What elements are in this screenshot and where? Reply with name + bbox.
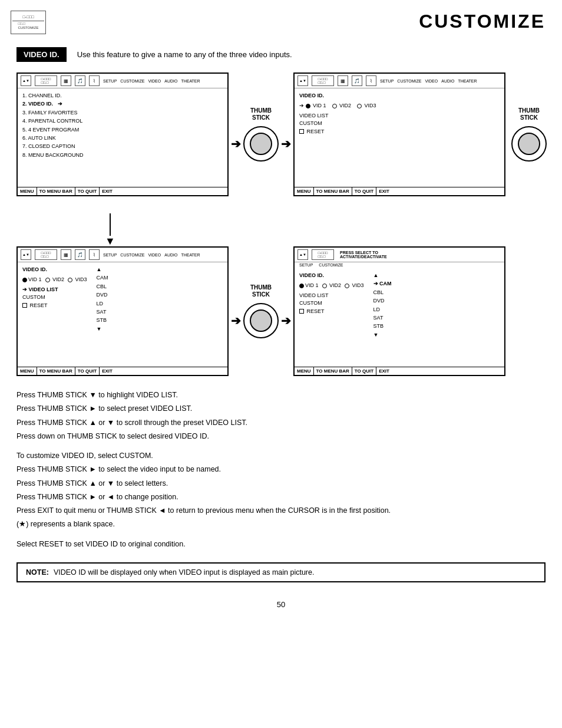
- thumb-circle-top-left: [243, 126, 279, 162]
- arrow-right-out-top-left: ➔: [281, 137, 291, 151]
- vid2-radio-bl: [45, 278, 50, 282]
- custom-tr: CUSTOM: [299, 120, 500, 128]
- nav-customize-icon-r: □-□□□□□.□: [312, 75, 334, 86]
- list-ld-br: LD: [373, 305, 392, 314]
- nav-customize-bl: □-□□□□□.□: [35, 249, 57, 260]
- diagram-area: ▲▼ □-□□□□□.□ ▦ 🎵 ⌇ SETUP CUSTOMIZE VIDEO…: [16, 73, 546, 376]
- footer-exit-bl: EXIT: [100, 367, 115, 375]
- instruction-4: Press down on THUMB STICK to select desi…: [16, 430, 546, 443]
- video-id-label: VIDEO ID.: [16, 47, 67, 62]
- instruction-7: Press THUMB STICK ▲ or ▼ to select lette…: [16, 477, 546, 490]
- thumb-circle-inner-bottom-mid: [250, 309, 272, 332]
- nav-theater-bl: ⌇: [89, 249, 100, 260]
- note-label: NOTE:: [26, 568, 49, 577]
- menu-item-1: 1. CHANNEL ID.: [22, 91, 223, 100]
- br-nav-setup: SETUP: [299, 263, 313, 267]
- footer-to-menu-bar-bl: TO MENU BAR: [37, 367, 75, 375]
- video-list-br: VIDEO LIST: [299, 292, 364, 300]
- vid-list-bl: ➔ VIDEO LIST CUSTOM RESET: [22, 286, 87, 310]
- description-row: VIDEO ID. Use this feature to give a nam…: [16, 47, 546, 62]
- vid-radio-row-tr: ➔ VID 1 VID2 VID3: [299, 101, 500, 110]
- bottom-right-nav: ▲▼ □-□□□□□.□ PRESS SELECT TOACTIVATE/DEA…: [295, 248, 504, 262]
- vid-list-tr: VIDEO LIST CUSTOM RESET: [299, 112, 500, 136]
- nav-arrow-icon-r: ▲▼: [297, 75, 308, 86]
- thumb-circle-top-right: [511, 126, 547, 162]
- vid-radio-row-br: VID 1 VID2 VID3: [299, 281, 364, 289]
- top-right-nav: ▲▼ □-□□□□□.□ ▦ 🎵 ⌇ SETUP CUSTOMIZE VIDEO…: [295, 74, 504, 88]
- reset-checkbox-tr: [299, 129, 304, 134]
- instruction-1: Press THUMB STICK ▼ to highlight VIDEO L…: [16, 389, 546, 401]
- list-up-arrow-bl: ▲: [97, 265, 108, 274]
- footer-to-quit-tr: TO QUIT: [352, 187, 376, 195]
- bottom-left-right-col: ▲ CAM CBL DVD LD SAT STB ▼: [97, 265, 108, 333]
- bottom-right-left-col: VIDEO ID. VID 1 VID2 VID3 VIDEO LIST CUS…: [299, 271, 364, 339]
- thumb-circle-inner-top-right: [518, 133, 540, 155]
- menu-item-7: 7. CLOSED CAPTION: [22, 142, 223, 150]
- top-left-screen: ▲▼ □-□□□□□.□ ▦ 🎵 ⌇ SETUP CUSTOMIZE VIDEO…: [16, 73, 229, 196]
- menu-item-5: 5. 4 EVENT PROGRAM: [22, 126, 223, 134]
- menu-item-4: 4. PARENTAL CONTROL: [22, 117, 223, 125]
- vid3-bl: VID3: [68, 275, 87, 284]
- top-left-footer: MENU TO MENU BAR TO QUIT EXIT: [18, 187, 227, 195]
- top-left-nav: ▲▼ □-□□□□□.□ ▦ 🎵 ⌇ SETUP CUSTOMIZE VIDEO…: [18, 74, 227, 88]
- menu-item-2: 2. VIDEO ID. ➔: [22, 100, 223, 108]
- footer-exit-tr: EXIT: [376, 187, 392, 195]
- vid3-label-tr: VID3: [357, 101, 376, 110]
- bottom-right-subnav: SETUP CUSTOMIZE: [295, 263, 504, 267]
- nav-theater: THEATER: [181, 79, 200, 83]
- nav-setup: SETUP: [103, 79, 117, 83]
- video-list-bl: ➔ VIDEO LIST: [22, 286, 87, 294]
- page-header: □-□□□ □□.□CUSTOMIZE CUSTOMIZE: [0, 0, 562, 34]
- bottom-left-left-col: VIDEO ID. VID 1 VID2 VID3 ➔ VIDEO LIST C…: [22, 265, 87, 333]
- list-sat-bl: SAT: [97, 308, 108, 316]
- nav-arrow-bl: ▲▼: [21, 249, 31, 260]
- nav-video: VIDEO: [148, 79, 161, 83]
- nav-arrow-br: ▲▼: [297, 249, 308, 260]
- instruction-area: Press THUMB STICK ▼ to highlight VIDEO L…: [16, 389, 546, 551]
- br-nav-customize: CUSTOMIZE: [319, 263, 343, 267]
- instruction-2: Press THUMB STICK ► to select preset VID…: [16, 403, 546, 415]
- footer-menu: MENU: [18, 187, 37, 195]
- vid1-radio-bl: [22, 278, 27, 282]
- press-select-br: PRESS SELECT TOACTIVATE/DEACTIVATE: [340, 251, 387, 259]
- list-dvd-bl: DVD: [97, 291, 108, 299]
- vid1-br: VID 1: [299, 281, 319, 289]
- vid2-radio-tr: [332, 104, 337, 108]
- list-up-arrow-br: ▲: [373, 271, 392, 279]
- vid2-label-tr: VID2: [332, 101, 352, 110]
- note-text: VIDEO ID will be displayed only when VID…: [54, 568, 315, 577]
- list-cam-br: ➔ CAM: [373, 279, 392, 288]
- list-sat-br: SAT: [373, 314, 392, 322]
- page-number: 50: [0, 600, 562, 609]
- nav-customize: CUSTOMIZE: [120, 79, 144, 83]
- logo: □-□□□ □□.□CUSTOMIZE: [11, 11, 46, 34]
- description-text: Use this feature to give a name to any o…: [77, 50, 292, 59]
- thumb-label-top-left: THUMB STICK: [250, 107, 272, 121]
- nav-customize-br: □-□□□□□.□: [312, 249, 334, 260]
- footer-menu-tr: MENU: [295, 187, 314, 195]
- list-down-arrow-bl: ▼: [97, 325, 108, 333]
- reset-checkbox-br: [299, 309, 304, 314]
- bottom-left-footer: MENU TO MENU BAR TO QUIT EXIT: [18, 367, 227, 375]
- footer-to-quit-br: TO QUIT: [352, 367, 376, 375]
- reset-tr: RESET: [299, 128, 500, 136]
- list-cbl-bl: CBL: [97, 282, 108, 291]
- top-right-footer: MENU TO MENU BAR TO QUIT EXIT: [295, 187, 504, 195]
- footer-menu-bl: MENU: [18, 367, 37, 375]
- top-left-content: 1. CHANNEL ID. 2. VIDEO ID. ➔ 3. FAMILY …: [18, 88, 227, 161]
- bottom-right-screen: ▲▼ □-□□□□□.□ PRESS SELECT TOACTIVATE/DEA…: [293, 246, 505, 376]
- top-row: ▲▼ □-□□□□□.□ ▦ 🎵 ⌇ SETUP CUSTOMIZE VIDEO…: [16, 73, 546, 196]
- footer-menu-br: MENU: [295, 367, 314, 375]
- thumb-stick-top-left: THUMB STICK ➔ ➔: [229, 107, 293, 162]
- nav-theater-icon-r: ⌇: [366, 75, 376, 86]
- custom-br: CUSTOM: [299, 299, 364, 308]
- logo-top: □-□□□: [12, 15, 44, 21]
- page-title: CUSTOMIZE: [419, 11, 546, 32]
- nav-audio: AUDIO: [164, 79, 177, 83]
- logo-bottom: □□.□CUSTOMIZE: [18, 22, 38, 30]
- vid1-radio-br: [299, 284, 304, 288]
- vid-radio-row-bl: VID 1 VID2 VID3: [22, 275, 87, 284]
- bottom-left-nav: ▲▼ □-□□□□□.□ ▦ 🎵 ⌇ SETUP CUSTOMIZE VIDEO…: [18, 248, 227, 262]
- list-cbl-br: CBL: [373, 288, 392, 297]
- instruction-5: To customize VIDEO ID, select CUSTOM.: [16, 450, 546, 462]
